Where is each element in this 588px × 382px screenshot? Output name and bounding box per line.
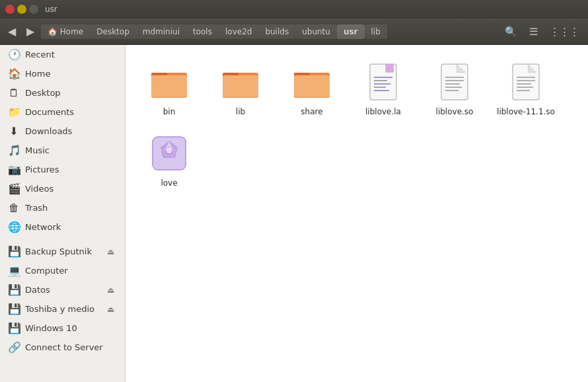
view-grid-button[interactable]: ⋮⋮⋮ [545, 23, 584, 40]
breadcrumb-item-mdminiui[interactable]: mdminiui [136, 24, 186, 39]
view-list-button[interactable]: ☰ [525, 23, 542, 40]
breadcrumb-item-tools[interactable]: tools [186, 24, 219, 39]
sidebar-label-documents: Documents [25, 107, 117, 117]
sidebar-item-pictures[interactable]: 📷 Pictures [0, 160, 125, 179]
app-purple-icon [148, 132, 190, 174]
sidebar-label-downloads: Downloads [25, 126, 117, 136]
file-name-love: love [161, 178, 177, 188]
file-item-share[interactable]: share [279, 56, 345, 122]
network-icon: 🌐 [8, 221, 20, 233]
eject-toshiba-button[interactable]: ⏏ [104, 303, 117, 315]
file-name-lib: lib [236, 107, 245, 116]
toolbar: ◀ ▶ 🏠 HomeDesktopmdminiuitoolslove2dbuil… [0, 19, 588, 45]
sidebar-label-videos: Videos [25, 184, 117, 194]
svg-rect-7 [223, 75, 258, 96]
recent-icon: 🕐 [8, 48, 20, 61]
desktop-icon: 🗒 [8, 87, 20, 99]
window-controls [5, 5, 38, 14]
windows10-icon: 💾 [8, 322, 20, 334]
svg-rect-14 [386, 64, 394, 72]
svg-rect-3 [151, 75, 187, 96]
folder-orange-icon [219, 61, 262, 103]
breadcrumb-item-love2d[interactable]: love2d [219, 24, 258, 39]
file-area: bin lib share liblove.la [126, 45, 588, 382]
sidebar-item-network[interactable]: 🌐 Network [0, 217, 125, 237]
breadcrumb-item-desktop[interactable]: Desktop [90, 24, 136, 39]
file-name-liblove-so: liblove.so [436, 107, 474, 116]
sidebar-item-music[interactable]: 🎵 Music [0, 141, 125, 160]
sidebar-item-backup-sputnik[interactable]: 💾 Backup Sputnik ⏏ [0, 242, 125, 261]
file-name-bin: bin [163, 107, 176, 116]
breadcrumb-item-ubuntu[interactable]: ubuntu [295, 24, 337, 39]
minimize-button[interactable] [17, 5, 26, 14]
music-icon: 🎵 [8, 144, 20, 157]
datos-icon: 💾 [8, 284, 20, 296]
sidebar-label-recent: Recent [25, 50, 117, 59]
documents-icon: 📁 [8, 106, 20, 118]
sidebar-label-network: Network [25, 222, 117, 232]
sidebar-label-computer: Computer [25, 266, 117, 276]
sidebar-label-desktop: Desktop [25, 88, 117, 98]
sidebar-item-datos[interactable]: 💾 Datos ⏏ [0, 280, 125, 299]
sidebar-item-downloads[interactable]: ⬇ Downloads [0, 122, 125, 141]
eject-datos-button[interactable]: ⏏ [104, 284, 117, 296]
breadcrumb-item-home[interactable]: 🏠 Home [41, 24, 90, 39]
file-item-liblove-so[interactable]: liblove.so [422, 56, 488, 122]
sidebar-item-documents[interactable]: 📁 Documents [0, 102, 125, 122]
sidebar-label-backup-sputnik: Backup Sputnik [25, 247, 99, 256]
sidebar-item-connect-to-server[interactable]: 🔗 Connect to Server [0, 338, 125, 357]
sidebar-item-desktop[interactable]: 🗒 Desktop [0, 83, 125, 102]
window-title: usr [45, 5, 57, 14]
sidebar-label-home: Home [25, 69, 117, 79]
titlebar: usr [0, 0, 588, 19]
svg-rect-11 [294, 75, 330, 96]
svg-rect-20 [441, 64, 468, 100]
computer-icon: 💻 [8, 264, 20, 277]
sidebar-item-trash[interactable]: 🗑 Trash [0, 198, 125, 217]
file-item-liblove-la[interactable]: liblove.la [350, 56, 416, 122]
back-button[interactable]: ◀ [4, 24, 20, 40]
sidebar-section-gap [0, 237, 125, 242]
file-text-icon [362, 61, 404, 103]
backup-sputnik-icon: 💾 [8, 245, 20, 258]
breadcrumb-item-usr[interactable]: usr [337, 24, 365, 39]
home-icon: 🏠 [8, 67, 20, 80]
sidebar-label-windows10: Windows 10 [25, 323, 117, 333]
videos-icon: 🎬 [8, 182, 20, 195]
main-area: 🕐 Recent 🏠 Home 🗒 Desktop 📁 Documents ⬇ … [0, 45, 588, 382]
sidebar-item-videos[interactable]: 🎬 Videos [0, 179, 125, 198]
sidebar-item-windows10[interactable]: 💾 Windows 10 [0, 319, 125, 338]
sidebar-label-datos: Datos [25, 285, 99, 295]
sidebar-label-connect: Connect to Server [25, 342, 117, 352]
file-name-liblove-11-1-so: liblove-11.1.so [497, 107, 555, 116]
search-button[interactable]: 🔍 [500, 23, 522, 40]
sidebar-item-toshiba[interactable]: 💾 Toshiba y medio ⏏ [0, 299, 125, 319]
folder-orange-icon [291, 61, 333, 103]
sidebar-item-computer[interactable]: 💻 Computer [0, 261, 125, 280]
sidebar-label-toshiba: Toshiba y medio [25, 304, 99, 314]
breadcrumb-item-builds[interactable]: builds [258, 24, 295, 39]
downloads-icon: ⬇ [8, 125, 20, 137]
sidebar-item-home[interactable]: 🏠 Home [0, 64, 125, 83]
maximize-button[interactable] [29, 5, 38, 14]
sidebar-label-pictures: Pictures [25, 165, 117, 174]
sidebar-label-music: Music [25, 145, 117, 155]
forward-button[interactable]: ▶ [22, 24, 38, 40]
file-item-lib[interactable]: lib [207, 56, 274, 122]
close-button[interactable] [5, 5, 15, 14]
file-item-liblove-11-1-so[interactable]: liblove-11.1.so [493, 56, 559, 122]
svg-rect-27 [513, 64, 539, 100]
sidebar-item-recent[interactable]: 🕐 Recent [0, 45, 125, 64]
file-item-bin[interactable]: bin [136, 56, 202, 122]
eject-backup-sputnik-button[interactable]: ⏏ [104, 246, 117, 258]
file-plain-icon [505, 61, 547, 103]
breadcrumb-item-lib[interactable]: lib [365, 24, 387, 39]
folder-orange-icon [148, 61, 190, 103]
file-name-share: share [301, 107, 322, 116]
sidebar-label-trash: Trash [25, 203, 117, 213]
file-item-love[interactable]: love [136, 127, 202, 193]
pictures-icon: 📷 [8, 163, 20, 176]
toshiba-icon: 💾 [8, 303, 20, 315]
file-plain-icon [433, 61, 476, 103]
trash-icon: 🗑 [8, 202, 20, 214]
